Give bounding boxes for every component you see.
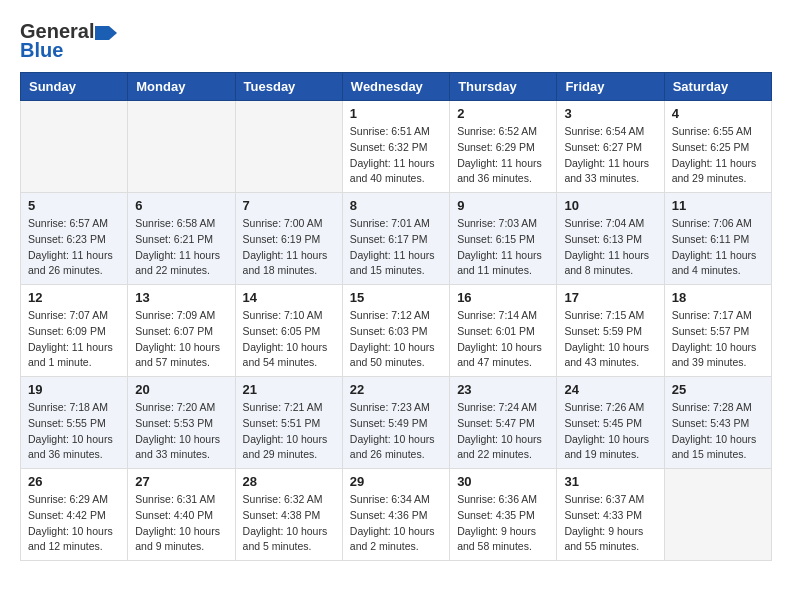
- day-number: 9: [457, 198, 549, 213]
- day-info: Sunrise: 6:58 AMSunset: 6:21 PMDaylight:…: [135, 216, 227, 279]
- day-number: 12: [28, 290, 120, 305]
- day-number: 17: [564, 290, 656, 305]
- day-number: 8: [350, 198, 442, 213]
- day-info: Sunrise: 7:23 AMSunset: 5:49 PMDaylight:…: [350, 400, 442, 463]
- logo-arrow-icon: [95, 24, 117, 42]
- calendar-cell: [21, 101, 128, 193]
- day-number: 24: [564, 382, 656, 397]
- day-info: Sunrise: 7:26 AMSunset: 5:45 PMDaylight:…: [564, 400, 656, 463]
- day-number: 23: [457, 382, 549, 397]
- day-number: 6: [135, 198, 227, 213]
- day-number: 2: [457, 106, 549, 121]
- day-info: Sunrise: 6:51 AMSunset: 6:32 PMDaylight:…: [350, 124, 442, 187]
- calendar-cell: 5Sunrise: 6:57 AMSunset: 6:23 PMDaylight…: [21, 193, 128, 285]
- day-number: 18: [672, 290, 764, 305]
- calendar-cell: 8Sunrise: 7:01 AMSunset: 6:17 PMDaylight…: [342, 193, 449, 285]
- day-number: 16: [457, 290, 549, 305]
- day-info: Sunrise: 7:12 AMSunset: 6:03 PMDaylight:…: [350, 308, 442, 371]
- calendar-cell: 2Sunrise: 6:52 AMSunset: 6:29 PMDaylight…: [450, 101, 557, 193]
- day-info: Sunrise: 7:15 AMSunset: 5:59 PMDaylight:…: [564, 308, 656, 371]
- day-of-week-header: Saturday: [664, 73, 771, 101]
- day-of-week-header: Monday: [128, 73, 235, 101]
- day-info: Sunrise: 6:55 AMSunset: 6:25 PMDaylight:…: [672, 124, 764, 187]
- day-of-week-header: Friday: [557, 73, 664, 101]
- calendar-week-row: 19Sunrise: 7:18 AMSunset: 5:55 PMDayligh…: [21, 377, 772, 469]
- day-info: Sunrise: 7:06 AMSunset: 6:11 PMDaylight:…: [672, 216, 764, 279]
- day-number: 22: [350, 382, 442, 397]
- calendar-cell: 24Sunrise: 7:26 AMSunset: 5:45 PMDayligh…: [557, 377, 664, 469]
- day-info: Sunrise: 6:29 AMSunset: 4:42 PMDaylight:…: [28, 492, 120, 555]
- calendar-cell: 31Sunrise: 6:37 AMSunset: 4:33 PMDayligh…: [557, 469, 664, 561]
- calendar-cell: 23Sunrise: 7:24 AMSunset: 5:47 PMDayligh…: [450, 377, 557, 469]
- day-info: Sunrise: 7:00 AMSunset: 6:19 PMDaylight:…: [243, 216, 335, 279]
- day-number: 15: [350, 290, 442, 305]
- day-of-week-header: Tuesday: [235, 73, 342, 101]
- calendar-cell: 7Sunrise: 7:00 AMSunset: 6:19 PMDaylight…: [235, 193, 342, 285]
- calendar-cell: [128, 101, 235, 193]
- calendar-cell: 26Sunrise: 6:29 AMSunset: 4:42 PMDayligh…: [21, 469, 128, 561]
- day-info: Sunrise: 6:54 AMSunset: 6:27 PMDaylight:…: [564, 124, 656, 187]
- day-info: Sunrise: 7:24 AMSunset: 5:47 PMDaylight:…: [457, 400, 549, 463]
- day-info: Sunrise: 7:18 AMSunset: 5:55 PMDaylight:…: [28, 400, 120, 463]
- calendar-week-row: 1Sunrise: 6:51 AMSunset: 6:32 PMDaylight…: [21, 101, 772, 193]
- day-info: Sunrise: 7:14 AMSunset: 6:01 PMDaylight:…: [457, 308, 549, 371]
- calendar-cell: 6Sunrise: 6:58 AMSunset: 6:21 PMDaylight…: [128, 193, 235, 285]
- day-number: 30: [457, 474, 549, 489]
- calendar-cell: 9Sunrise: 7:03 AMSunset: 6:15 PMDaylight…: [450, 193, 557, 285]
- day-number: 19: [28, 382, 120, 397]
- day-info: Sunrise: 7:03 AMSunset: 6:15 PMDaylight:…: [457, 216, 549, 279]
- day-info: Sunrise: 7:04 AMSunset: 6:13 PMDaylight:…: [564, 216, 656, 279]
- calendar-cell: 19Sunrise: 7:18 AMSunset: 5:55 PMDayligh…: [21, 377, 128, 469]
- calendar-table: SundayMondayTuesdayWednesdayThursdayFrid…: [20, 72, 772, 561]
- day-info: Sunrise: 6:36 AMSunset: 4:35 PMDaylight:…: [457, 492, 549, 555]
- day-number: 20: [135, 382, 227, 397]
- calendar-cell: 18Sunrise: 7:17 AMSunset: 5:57 PMDayligh…: [664, 285, 771, 377]
- day-of-week-header: Wednesday: [342, 73, 449, 101]
- day-info: Sunrise: 7:20 AMSunset: 5:53 PMDaylight:…: [135, 400, 227, 463]
- day-number: 29: [350, 474, 442, 489]
- day-number: 28: [243, 474, 335, 489]
- calendar-cell: [235, 101, 342, 193]
- day-info: Sunrise: 7:01 AMSunset: 6:17 PMDaylight:…: [350, 216, 442, 279]
- calendar-week-row: 5Sunrise: 6:57 AMSunset: 6:23 PMDaylight…: [21, 193, 772, 285]
- calendar-cell: 14Sunrise: 7:10 AMSunset: 6:05 PMDayligh…: [235, 285, 342, 377]
- calendar-cell: 29Sunrise: 6:34 AMSunset: 4:36 PMDayligh…: [342, 469, 449, 561]
- calendar-week-row: 12Sunrise: 7:07 AMSunset: 6:09 PMDayligh…: [21, 285, 772, 377]
- logo-blue-text: Blue: [20, 39, 63, 62]
- day-info: Sunrise: 6:31 AMSunset: 4:40 PMDaylight:…: [135, 492, 227, 555]
- day-info: Sunrise: 6:32 AMSunset: 4:38 PMDaylight:…: [243, 492, 335, 555]
- day-info: Sunrise: 7:28 AMSunset: 5:43 PMDaylight:…: [672, 400, 764, 463]
- calendar-cell: 3Sunrise: 6:54 AMSunset: 6:27 PMDaylight…: [557, 101, 664, 193]
- day-of-week-header: Sunday: [21, 73, 128, 101]
- svg-marker-0: [95, 26, 117, 40]
- day-number: 26: [28, 474, 120, 489]
- day-number: 31: [564, 474, 656, 489]
- calendar-cell: 30Sunrise: 6:36 AMSunset: 4:35 PMDayligh…: [450, 469, 557, 561]
- day-info: Sunrise: 7:09 AMSunset: 6:07 PMDaylight:…: [135, 308, 227, 371]
- calendar-week-row: 26Sunrise: 6:29 AMSunset: 4:42 PMDayligh…: [21, 469, 772, 561]
- day-number: 7: [243, 198, 335, 213]
- calendar-cell: 15Sunrise: 7:12 AMSunset: 6:03 PMDayligh…: [342, 285, 449, 377]
- day-info: Sunrise: 7:07 AMSunset: 6:09 PMDaylight:…: [28, 308, 120, 371]
- calendar-cell: 17Sunrise: 7:15 AMSunset: 5:59 PMDayligh…: [557, 285, 664, 377]
- day-number: 3: [564, 106, 656, 121]
- day-number: 21: [243, 382, 335, 397]
- day-info: Sunrise: 7:21 AMSunset: 5:51 PMDaylight:…: [243, 400, 335, 463]
- day-number: 13: [135, 290, 227, 305]
- calendar-cell: 28Sunrise: 6:32 AMSunset: 4:38 PMDayligh…: [235, 469, 342, 561]
- day-info: Sunrise: 6:52 AMSunset: 6:29 PMDaylight:…: [457, 124, 549, 187]
- day-number: 5: [28, 198, 120, 213]
- calendar-header-row: SundayMondayTuesdayWednesdayThursdayFrid…: [21, 73, 772, 101]
- calendar-cell: 11Sunrise: 7:06 AMSunset: 6:11 PMDayligh…: [664, 193, 771, 285]
- calendar-cell: 10Sunrise: 7:04 AMSunset: 6:13 PMDayligh…: [557, 193, 664, 285]
- day-number: 4: [672, 106, 764, 121]
- day-info: Sunrise: 7:10 AMSunset: 6:05 PMDaylight:…: [243, 308, 335, 371]
- day-number: 11: [672, 198, 764, 213]
- calendar-cell: 27Sunrise: 6:31 AMSunset: 4:40 PMDayligh…: [128, 469, 235, 561]
- calendar-cell: 16Sunrise: 7:14 AMSunset: 6:01 PMDayligh…: [450, 285, 557, 377]
- day-number: 14: [243, 290, 335, 305]
- day-number: 25: [672, 382, 764, 397]
- day-of-week-header: Thursday: [450, 73, 557, 101]
- day-number: 27: [135, 474, 227, 489]
- calendar-cell: [664, 469, 771, 561]
